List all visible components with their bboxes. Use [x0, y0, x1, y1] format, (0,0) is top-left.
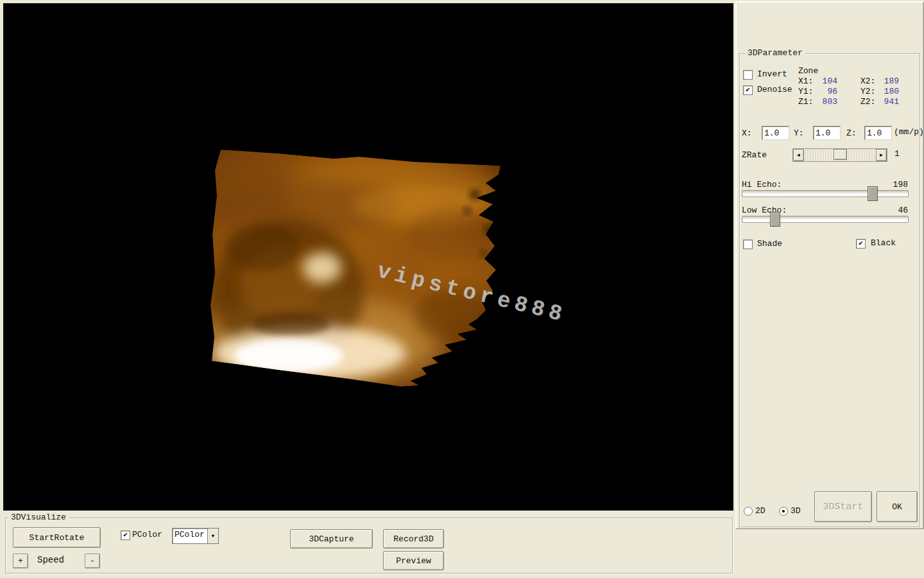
mode-3d-label: 3D [791, 506, 801, 516]
invert-checkbox[interactable] [743, 70, 753, 80]
zone-x1-value: 104 [812, 76, 837, 86]
hi-echo-slider-thumb[interactable] [868, 186, 878, 201]
check-icon: ✔ [123, 532, 128, 539]
start-rotate-button[interactable]: StartRotate [13, 527, 101, 548]
speed-label: Speed [37, 555, 64, 565]
speed-minus-button[interactable]: - [85, 554, 100, 568]
pcolor-label: PColor [132, 530, 162, 539]
pcolor-dropdown-value: PColor [173, 529, 207, 543]
low-echo-value: 46 [898, 206, 908, 215]
hi-echo-slider-track[interactable] [742, 190, 909, 197]
shade-checkbox[interactable] [743, 240, 753, 249]
zone-x1-label: X1: [798, 76, 813, 86]
zone-y1-label: Y1: [798, 87, 813, 96]
mode-2d-radio[interactable] [744, 507, 753, 516]
zrate-scroll-left-icon[interactable]: ◄ [793, 149, 804, 161]
mode-3d-radio[interactable] [779, 507, 788, 516]
check-icon: ✔ [746, 87, 750, 94]
zone-z2-value: 941 [873, 97, 899, 107]
parameter-group-title: 3DParameter [745, 48, 805, 58]
render-viewport[interactable]: vipstore888 [3, 3, 733, 511]
zrate-value: 1 [894, 149, 900, 159]
scale-x-input[interactable] [762, 126, 789, 140]
start3d-button[interactable]: 3DStart [814, 491, 872, 522]
zrate-scroll-track[interactable] [804, 149, 876, 161]
denoise-label: Denoise [757, 85, 792, 94]
pcolor-checkbox[interactable]: ✔ [121, 530, 130, 540]
zrate-label: ZRate [742, 150, 767, 160]
capture-3d-button[interactable]: 3DCapture [290, 529, 373, 548]
low-echo-slider-track[interactable] [742, 216, 909, 223]
zone-title: Zone [798, 66, 818, 76]
mode-2d-label: 2D [755, 506, 766, 516]
zone-y1-value: 96 [812, 87, 837, 96]
ok-button[interactable]: OK [877, 491, 918, 522]
low-echo-slider-thumb[interactable] [770, 212, 780, 227]
shade-label: Shade [757, 239, 782, 249]
scale-unit-label: (mm/p) [894, 127, 924, 137]
check-icon: ✔ [859, 240, 863, 247]
invert-label: Invert [757, 69, 787, 79]
zrate-scrollbar[interactable]: ◄ ► [792, 148, 887, 162]
record-3d-button[interactable]: Record3D [383, 529, 444, 548]
zone-z1-value: 803 [812, 97, 837, 107]
zone-y2-value: 180 [873, 87, 899, 96]
zrate-scroll-right-icon[interactable]: ► [876, 149, 887, 161]
black-label: Black [871, 238, 896, 248]
scale-y-input[interactable] [813, 126, 841, 140]
denoise-checkbox[interactable]: ✔ [743, 85, 753, 95]
black-checkbox[interactable]: ✔ [856, 239, 866, 249]
scale-z-label: Z: [846, 128, 857, 138]
preview-button[interactable]: Preview [383, 551, 444, 570]
speed-plus-button[interactable]: + [13, 554, 28, 568]
scale-y-label: Y: [794, 128, 804, 138]
zone-x2-value: 189 [873, 76, 899, 86]
visualize-group-title: 3DVisualize [8, 512, 69, 522]
zrate-scroll-thumb[interactable] [834, 149, 847, 160]
hi-echo-label: Hi Echo: [742, 180, 782, 189]
hi-echo-value: 198 [893, 180, 908, 189]
chevron-down-icon[interactable]: ▼ [207, 529, 218, 543]
zone-z1-label: Z1: [798, 97, 813, 107]
parameter-groupbox: 3DParameter [739, 53, 920, 527]
pcolor-dropdown[interactable]: PColor ▼ [172, 528, 219, 544]
scale-x-label: X: [742, 128, 752, 138]
ultrasound-3d-render[interactable] [3, 3, 733, 511]
scale-z-input[interactable] [864, 126, 892, 140]
parameter-panel: 3DParameter Invert ✔ Denoise Zone X1: 10… [735, 1, 924, 529]
